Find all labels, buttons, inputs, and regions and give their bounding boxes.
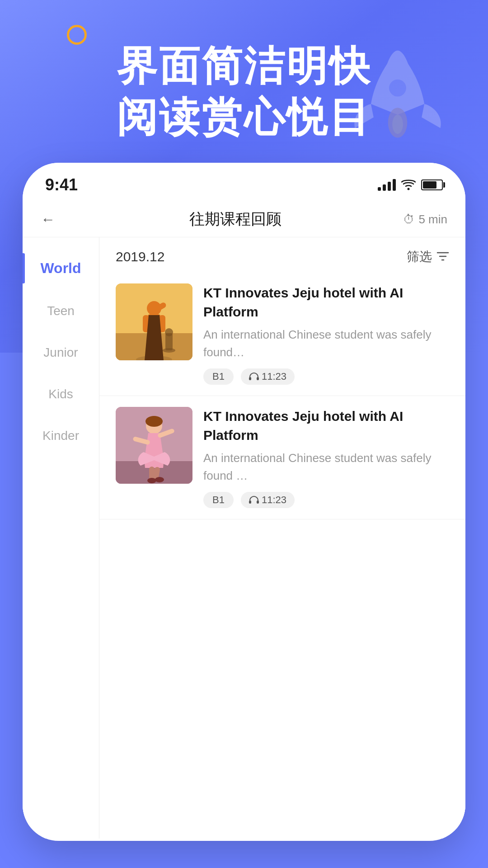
status-bar: 9:41 [23, 163, 465, 202]
content-area: World Teen Junior Kids Kinder 2019.12 筛选 [23, 237, 465, 839]
nav-duration: ⏱ 5 min [403, 212, 447, 226]
article-card-2[interactable]: KT Innovates Jeju hotel with AI Platform… [99, 396, 465, 519]
article-info-2: KT Innovates Jeju hotel with AI Platform… [203, 407, 449, 508]
article-tags-1: B1 11:23 [203, 368, 449, 385]
sidebar: World Teen Junior Kids Kinder [23, 237, 99, 839]
clock-icon: ⏱ [403, 212, 415, 226]
signal-icon [378, 179, 396, 191]
article-thumbnail-1 [116, 283, 192, 360]
article-info-1: KT Innovates Jeju hotel with AI Platform… [203, 283, 449, 385]
svg-rect-9 [143, 315, 149, 332]
article-desc-1: An international Chinese student was saf… [203, 326, 449, 361]
svg-rect-29 [249, 500, 251, 504]
filter-label: 筛选 [407, 248, 432, 265]
svg-rect-8 [147, 314, 161, 338]
sidebar-item-junior[interactable]: Junior [23, 332, 99, 373]
svg-rect-5 [116, 333, 192, 360]
headphone-icon-2 [249, 496, 259, 504]
svg-point-28 [155, 477, 164, 482]
svg-rect-18 [257, 377, 259, 380]
svg-rect-10 [159, 315, 165, 332]
svg-rect-11 [149, 337, 154, 350]
sidebar-item-teen[interactable]: Teen [23, 290, 99, 332]
back-button[interactable]: ← [41, 211, 68, 228]
svg-point-22 [145, 416, 163, 427]
date-label: 2019.12 [116, 249, 164, 264]
article-title-1: KT Innovates Jeju hotel with AI Platform [203, 283, 449, 321]
filter-button[interactable]: 筛选 [407, 248, 449, 265]
headphone-icon-1 [249, 373, 259, 381]
sidebar-item-kinder[interactable]: Kinder [23, 415, 99, 457]
duration-tag-1: 11:23 [241, 368, 295, 385]
sidebar-item-kids[interactable]: Kids [23, 373, 99, 415]
battery-icon [421, 179, 443, 190]
status-time: 9:41 [45, 175, 78, 194]
svg-point-3 [408, 188, 410, 190]
svg-point-15 [165, 328, 173, 336]
filter-icon [436, 250, 449, 263]
article-desc-2: An international Chinese student was saf… [203, 449, 449, 485]
duration-text: 5 min [418, 212, 447, 226]
svg-rect-12 [154, 337, 160, 350]
header-line2: 阅读赏心悦目 [27, 92, 461, 143]
wifi-icon [401, 179, 416, 191]
article-tags-2: B1 11:23 [203, 492, 449, 508]
nav-bar: ← 往期课程回顾 ⏱ 5 min [23, 202, 465, 237]
article-thumbnail-2 [116, 407, 192, 484]
svg-point-27 [147, 478, 156, 483]
sidebar-item-world[interactable]: World [23, 246, 99, 290]
date-header: 2019.12 筛选 [99, 237, 465, 273]
article-card-1[interactable]: KT Innovates Jeju hotel with AI Platform… [99, 273, 465, 396]
level-tag-2: B1 [203, 492, 234, 508]
svg-rect-17 [249, 377, 251, 380]
nav-title: 往期课程回顾 [68, 209, 403, 230]
duration-tag-2: 11:23 [241, 492, 295, 508]
article-list: 2019.12 筛选 [99, 237, 465, 839]
header-text: 界面简洁明快 阅读赏心悦目 [0, 41, 488, 142]
level-tag-1: B1 [203, 368, 234, 385]
article-title-2: KT Innovates Jeju hotel with AI Platform [203, 407, 449, 445]
svg-rect-30 [257, 500, 259, 504]
status-icons [378, 179, 443, 191]
header-line1: 界面简洁明快 [27, 41, 461, 92]
phone-mockup: 9:41 ← 往期课程回顾 ⏱ 5 min [23, 163, 465, 841]
